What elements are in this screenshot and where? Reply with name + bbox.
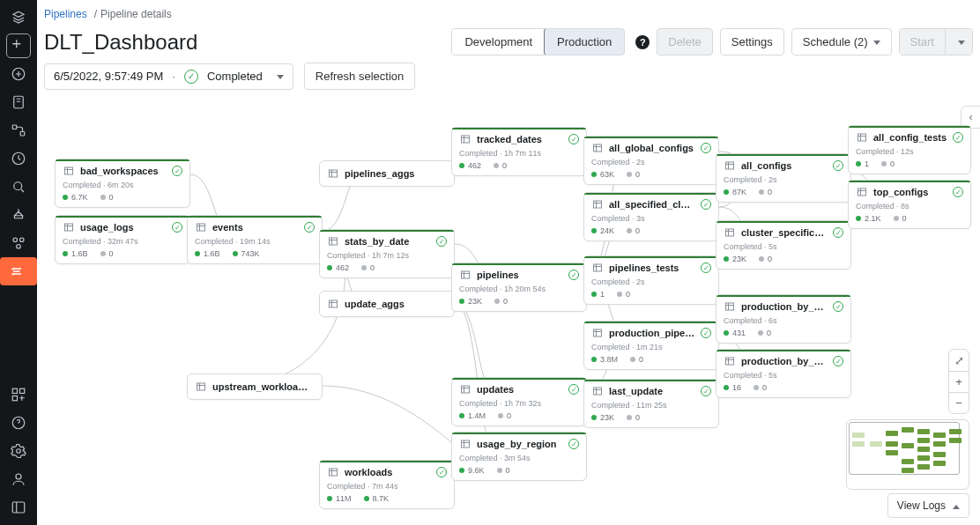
svg-rect-36 — [726, 358, 734, 365]
dag-canvas[interactable]: bad_workspaces✓ Completed · 6m 20s 6.7K0… — [37, 99, 980, 525]
svg-point-6 — [13, 238, 18, 242]
history-icon[interactable] — [0, 144, 37, 173]
table-icon — [856, 186, 868, 198]
fullscreen-button[interactable]: ⤢ — [949, 350, 969, 371]
chevron-up-icon — [953, 499, 960, 512]
check-icon: ✓ — [833, 356, 843, 366]
node-pipelines_tests[interactable]: pipelines_tests✓ Completed · 2s 10 — [583, 255, 719, 305]
panel-icon[interactable] — [0, 493, 37, 521]
svg-rect-31 — [594, 329, 602, 336]
node-pipelines[interactable]: pipelines✓ Completed · 1h 20m 54s 23K0 — [451, 262, 587, 312]
svg-rect-35 — [726, 303, 734, 310]
check-icon: ✓ — [568, 384, 579, 395]
delta-live-tables-icon[interactable] — [0, 257, 37, 285]
start-caret[interactable] — [945, 29, 972, 55]
zoom-out-button[interactable]: − — [949, 392, 969, 413]
node-upstream_workloa[interactable]: upstream_workloa… — [187, 373, 323, 400]
check-icon: ✓ — [701, 199, 711, 210]
node-usage_by_region[interactable]: usage_by_region✓ Completed · 3m 54s 9.6K… — [451, 432, 587, 481]
check-icon: ✓ — [953, 132, 963, 143]
svg-rect-1 — [14, 96, 24, 108]
search-icon[interactable] — [0, 173, 37, 201]
table-icon — [195, 381, 207, 393]
node-all_specified_clust[interactable]: all_specified_clust…✓ Completed · 3s 24K… — [583, 192, 719, 241]
check-icon: ✓ — [701, 262, 711, 273]
svg-rect-16 — [65, 167, 73, 174]
node-pipelines_aggs[interactable]: pipelines_aggs — [319, 160, 455, 187]
node-usage_logs[interactable]: usage_logs✓ Completed · 32m 47s 1.6B0 — [55, 215, 190, 264]
node-workloads[interactable]: workloads✓ Completed · 7m 44s 11M8.7K — [319, 460, 455, 509]
svg-rect-19 — [197, 383, 205, 390]
refresh-selection-button[interactable]: Refresh selection — [304, 63, 415, 90]
table-icon — [591, 385, 604, 397]
breadcrumb-root[interactable]: Pipelines — [44, 8, 87, 20]
node-all_config_tests[interactable]: all_config_tests✓ Completed · 12s 10 — [848, 125, 971, 174]
mode-development[interactable]: Development — [452, 29, 545, 55]
node-bad_workspaces[interactable]: bad_workspaces✓ Completed · 6m 20s 6.7K0 — [55, 159, 190, 208]
check-icon: ✓ — [701, 143, 711, 153]
table-icon — [459, 269, 471, 281]
table-icon — [327, 167, 339, 180]
svg-rect-15 — [12, 502, 25, 513]
table-icon — [591, 327, 604, 339]
svg-point-7 — [20, 238, 25, 242]
node-update_aggs[interactable]: update_aggs — [319, 291, 455, 317]
check-icon: ✓ — [833, 301, 843, 312]
schedule-button[interactable]: Schedule (2) — [791, 28, 892, 55]
settings-icon[interactable] — [0, 437, 37, 465]
titlebar: DLT_Dashboard Development Production ? D… — [37, 28, 980, 63]
table-icon — [327, 298, 339, 310]
table-icon — [724, 226, 736, 239]
node-all_global_configs[interactable]: all_global_configs✓ Completed · 2s 63K0 — [583, 136, 719, 185]
run-status-dropdown[interactable]: 6/5/2022, 9:57:49 PM · ✓ Completed — [44, 63, 293, 90]
delete-button[interactable]: Delete — [657, 28, 713, 55]
table-icon — [724, 300, 736, 313]
workflow-icon[interactable] — [0, 116, 37, 144]
svg-rect-10 — [20, 388, 25, 393]
check-icon: ✓ — [568, 134, 579, 144]
zoom-controls: ⤢ + − — [948, 349, 969, 414]
create-icon[interactable] — [0, 32, 37, 60]
page-title: DLT_Dashboard — [44, 30, 197, 55]
compute-icon[interactable] — [0, 229, 37, 257]
node-all_configs[interactable]: all_configs✓ Completed · 2s 87K0 — [716, 153, 851, 203]
user-icon[interactable] — [0, 465, 37, 493]
notebook-icon[interactable] — [0, 88, 37, 116]
svg-rect-26 — [462, 386, 470, 393]
svg-rect-28 — [594, 144, 602, 152]
check-icon: ✓ — [568, 439, 579, 449]
node-events[interactable]: events✓ Completed · 19m 14s 1.6B743K — [187, 215, 323, 264]
data-icon[interactable] — [0, 201, 37, 229]
table-icon — [327, 466, 339, 478]
mode-help-icon[interactable]: ? — [635, 35, 650, 49]
node-production_by_mo[interactable]: production_by_mo…✓ Completed · 5s 160 — [716, 349, 851, 398]
check-icon: ✓ — [953, 187, 963, 197]
new-icon[interactable] — [0, 60, 37, 88]
zoom-in-button[interactable]: + — [949, 371, 969, 392]
partner-icon[interactable] — [0, 381, 37, 409]
table-icon — [195, 221, 207, 233]
svg-rect-37 — [858, 134, 866, 141]
node-stats_by_date[interactable]: stats_by_date✓ Completed · 1h 7m 12s 462… — [319, 229, 455, 278]
check-icon: ✓ — [833, 227, 843, 238]
svg-rect-23 — [330, 469, 338, 476]
node-updates[interactable]: updates✓ Completed · 1h 7m 32s 1.4M0 — [451, 377, 587, 426]
svg-rect-11 — [12, 396, 17, 401]
view-logs-button[interactable]: View Logs — [887, 493, 969, 518]
help-icon[interactable] — [0, 409, 37, 437]
logo-icon[interactable] — [0, 4, 37, 32]
node-production_pipelin[interactable]: production_pipelin…✓ Completed · 1m 21s … — [583, 321, 719, 370]
node-last_update[interactable]: last_update✓ Completed · 11m 25s 23K0 — [583, 379, 719, 428]
check-icon: ✓ — [172, 166, 182, 176]
node-tracked_dates[interactable]: tracked_dates✓ Completed · 1h 7m 11s 462… — [451, 127, 587, 176]
node-production_by_date[interactable]: production_by_date✓ Completed · 6s 4310 — [716, 294, 851, 344]
settings-button[interactable]: Settings — [720, 28, 784, 55]
start-button[interactable]: Start — [900, 29, 945, 55]
svg-rect-24 — [462, 136, 470, 143]
mode-production[interactable]: Production — [544, 28, 625, 55]
node-top_configs[interactable]: top_configs✓ Completed · 8s 2.1K0 — [848, 180, 971, 229]
minimap[interactable] — [846, 419, 969, 490]
svg-point-14 — [16, 474, 21, 479]
svg-rect-20 — [330, 170, 338, 177]
node-cluster_specificati[interactable]: cluster_specificati…✓ Completed · 5s 23K… — [716, 220, 851, 270]
